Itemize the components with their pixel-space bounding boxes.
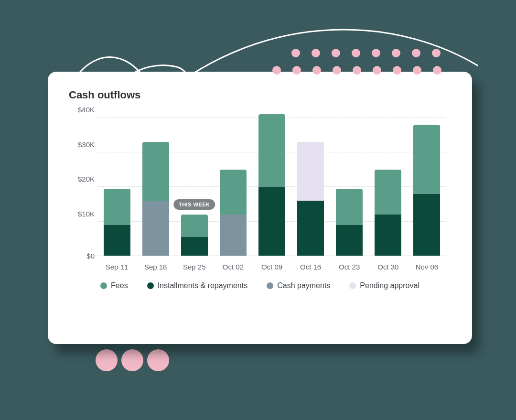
legend-item[interactable]: Fees [100, 281, 128, 290]
baseline [97, 256, 446, 256]
y-tick: $10K [69, 209, 95, 217]
bar-column[interactable] [375, 170, 401, 256]
chart: $0$10K$20K$30K$40K THIS WEEK Sep 11Sep 1… [69, 118, 451, 331]
x-tick: Oct 02 [220, 263, 247, 271]
bar-segment [181, 215, 208, 237]
bar-segment [413, 194, 440, 257]
bar-segment [375, 215, 401, 256]
legend-label: Fees [111, 281, 128, 290]
card-title: Cash outflows [69, 89, 451, 101]
x-tick: Sep 18 [142, 263, 169, 271]
legend-swatch [100, 282, 107, 289]
bar-segment [297, 142, 324, 201]
legend-label: Installments & repayments [158, 281, 248, 290]
legend-swatch [147, 282, 154, 289]
bar-segment [220, 170, 247, 215]
bar-column[interactable] [297, 142, 324, 256]
decorative-dots-row-1 [291, 49, 441, 57]
legend: FeesInstallments & repaymentsCash paymen… [69, 281, 451, 290]
legend-item[interactable]: Installments & repayments [147, 281, 248, 290]
bar-segment [220, 215, 247, 256]
x-tick: Oct 23 [336, 263, 363, 271]
bar-segment [375, 170, 401, 215]
bar-segment [336, 225, 363, 256]
y-tick: $30K [69, 140, 95, 148]
bar-segment [142, 142, 169, 201]
bar-segment [336, 189, 363, 225]
x-tick: Nov 06 [413, 263, 440, 271]
legend-item[interactable]: Cash payments [267, 281, 330, 290]
legend-item[interactable]: Pending approval [349, 281, 419, 290]
y-tick: $40K [69, 106, 95, 114]
bar-segment [413, 125, 440, 194]
bar-segment [181, 237, 208, 256]
bar-segment [104, 189, 130, 225]
x-tick: Sep 25 [181, 263, 208, 271]
x-tick: Sep 11 [104, 263, 130, 271]
bar-column[interactable]: THIS WEEK [181, 215, 208, 256]
bar-column[interactable] [220, 170, 247, 256]
legend-swatch [267, 282, 273, 289]
bars: THIS WEEK [97, 118, 446, 256]
bar-column[interactable] [258, 114, 285, 256]
legend-label: Pending approval [360, 281, 419, 290]
bar-segment [142, 201, 169, 256]
x-tick: Oct 16 [297, 263, 324, 271]
x-axis: Sep 11Sep 18Sep 25Oct 02Oct 09Oct 16Oct … [97, 263, 446, 271]
bar-segment [104, 225, 130, 256]
bar-column[interactable] [104, 189, 130, 256]
x-tick: Oct 30 [375, 263, 401, 271]
plot-area: $0$10K$20K$30K$40K THIS WEEK [97, 118, 446, 256]
bar-column[interactable] [336, 189, 363, 256]
bar-segment [297, 201, 324, 256]
y-tick: $20K [69, 175, 95, 183]
bar-segment [258, 114, 285, 187]
bar-column[interactable] [142, 142, 169, 256]
bar-segment [258, 187, 285, 256]
y-tick: $0 [69, 252, 95, 260]
legend-swatch [349, 282, 356, 289]
bar-column[interactable] [413, 125, 440, 257]
cash-outflows-card: Cash outflows $0$10K$20K$30K$40K THIS WE… [48, 72, 472, 344]
this-week-badge: THIS WEEK [173, 199, 215, 210]
x-tick: Oct 09 [258, 263, 285, 271]
legend-label: Cash payments [277, 281, 330, 290]
